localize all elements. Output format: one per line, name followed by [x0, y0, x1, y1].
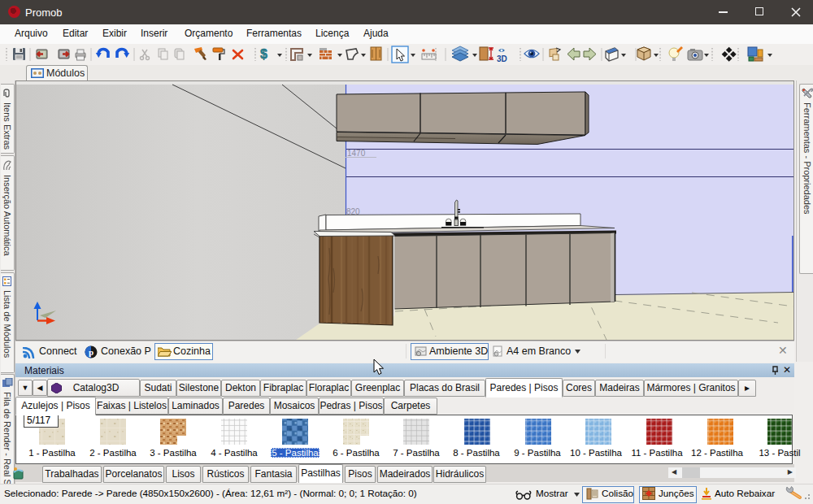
svg-text:$: $: [260, 47, 267, 61]
svg-text:3D: 3D: [497, 54, 507, 63]
svg-text:p: p: [89, 347, 93, 357]
svg-text:1470: 1470: [347, 149, 366, 158]
